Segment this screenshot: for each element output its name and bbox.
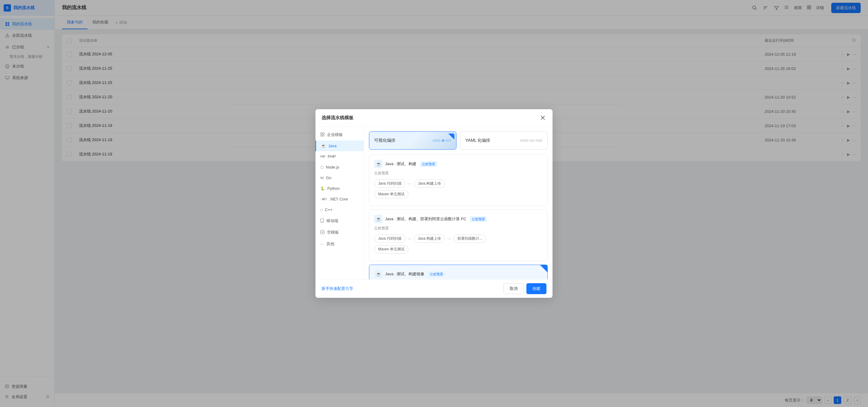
dialog-body: 企业模板 ☕ Java PHP PHP ⬡ Node.js GO Go xyxy=(315,126,553,279)
dialog-close-button[interactable] xyxy=(539,114,547,121)
dialog-sidebar-label-enterprise: 企业模板 xyxy=(327,132,343,138)
arrow-1-0: — xyxy=(408,237,411,241)
dialog-sidebar-item-empty[interactable]: 空模板 xyxy=(315,227,364,238)
dialog-sidebar-label-php: PHP xyxy=(328,154,336,159)
template-card-2[interactable]: ☕ Java · 测试、构建镜像 云效预置 云效预置 Java 代码扫描 — 镜… xyxy=(369,265,548,279)
dialog-sidebar-label-nodejs: Node.js xyxy=(326,165,339,169)
dialog-sidebar-item-python[interactable]: 🐍 Python xyxy=(315,183,364,194)
dialog-sidebar-item-nodejs[interactable]: ⬡ Node.js xyxy=(315,162,364,172)
template-card-sub-0: 云效预置 xyxy=(374,171,542,176)
template-dialog: 选择流水线模板 企业模板 ☕ Java PHP xyxy=(315,109,553,298)
template-card-0[interactable]: ☕ Java · 测试、构建 云效预置 云效预置 Java 代码扫描 — Jav… xyxy=(369,154,548,206)
template-card-title-2: Java · 测试、构建镜像 xyxy=(385,271,424,277)
dialog-cancel-button[interactable]: 取消 xyxy=(503,283,524,294)
stage-1-0: Java 代码扫描 xyxy=(374,235,405,243)
template-badge-0: 云效预置 xyxy=(420,161,437,167)
stage-1-2: 部署到函数计... xyxy=(454,235,486,243)
stage-0-2: Maven 单元测试 xyxy=(374,190,408,198)
template-tab-yaml[interactable]: YAML 化编排 xyxy=(460,132,548,150)
go-icon: GO xyxy=(320,176,324,179)
stage-0-0: Java 代码扫描 xyxy=(374,179,405,188)
grid-icon xyxy=(320,132,324,138)
arrow-0-0: — xyxy=(408,182,411,186)
python-icon: 🐍 xyxy=(320,186,325,191)
dialog-header: 选择流水线模板 xyxy=(315,109,553,126)
modal-overlay: 选择流水线模板 企业模板 ☕ Java PHP xyxy=(0,0,868,407)
others-icon: ··· xyxy=(320,241,324,246)
dialog-sidebar-label-empty: 空模板 xyxy=(327,230,339,235)
template-card-title-0: Java · 测试、构建 xyxy=(385,161,416,167)
dialog-sidebar-item-mobile[interactable]: 移动端 xyxy=(315,215,364,227)
template-card-1[interactable]: ☕ Java · 测试、构建、部署到阿里云函数计算 FC 云效预置 云效预置 J… xyxy=(369,210,548,261)
dialog-footer: 新手快速配置引导 取消 创建 xyxy=(315,279,553,298)
template-tab-yaml-label: YAML 化编排 xyxy=(465,138,490,143)
stage-0-1: Java 构建上传 xyxy=(414,179,445,188)
template-stages-1: Java 代码扫描 — Java 构建上传 — 部署到函数计... xyxy=(374,235,542,243)
dialog-sidebar-item-php[interactable]: PHP PHP xyxy=(315,151,364,162)
dialog-sidebar-label-cpp: C++ xyxy=(325,207,333,212)
template-card-wrap-0: ☕ Java · 测试、构建 云效预置 云效预置 Java 代码扫描 — Jav… xyxy=(369,154,548,210)
template-card-wrap-2: ☕ Java · 测试、构建镜像 云效预置 云效预置 Java 代码扫描 — 镜… xyxy=(369,265,548,279)
template-stages-1b: Maven 单元测试 xyxy=(374,245,542,253)
template-card-header-0: ☕ Java · 测试、构建 云效预置 xyxy=(374,160,542,168)
template-card-header-2: ☕ Java · 测试、构建镜像 云效预置 xyxy=(374,270,542,278)
template-card-sub-1: 云效预置 xyxy=(374,226,542,231)
check-mark: ✓ xyxy=(451,132,456,137)
dialog-sidebar-label-dotnet: .NET Core xyxy=(330,197,348,201)
empty-icon xyxy=(320,230,324,235)
mobile-icon xyxy=(320,219,324,224)
java-icon: ☕ xyxy=(321,144,326,148)
template-tab-visual[interactable]: 可视化编排 ✓ xyxy=(369,132,457,150)
template-card-title-1: Java · 测试、构建、部署到阿里云函数计算 FC xyxy=(385,216,466,222)
dialog-footer-btns: 取消 创建 xyxy=(503,283,547,294)
php-icon: PHP xyxy=(320,155,325,158)
template-stages-0b: Maven 单元测试 xyxy=(374,190,542,198)
dialog-sidebar-item-java[interactable]: ☕ Java xyxy=(315,141,364,151)
selected-corner-card xyxy=(540,265,547,272)
arrow-1-1: — xyxy=(447,237,451,241)
dialog-sidebar-item-others[interactable]: ··· 其他 xyxy=(315,238,364,250)
dialog-sidebar-label-java: Java xyxy=(328,144,336,148)
svg-rect-40 xyxy=(321,135,322,136)
template-badge-1: 云效预置 xyxy=(470,216,487,222)
dialog-sidebar-label-go: Go xyxy=(326,176,331,180)
template-badge-2: 云效预置 xyxy=(428,271,445,277)
nodejs-icon: ⬡ xyxy=(320,165,323,169)
quick-guide-link[interactable]: 新手快速配置引导 xyxy=(321,286,353,291)
svg-rect-39 xyxy=(323,133,324,134)
template-card-icon-0: ☕ xyxy=(374,160,383,168)
template-type-tabs: 可视化编排 ✓ YAML 化编排 xyxy=(369,132,548,150)
svg-rect-41 xyxy=(323,135,324,136)
dialog-sidebar-item-enterprise[interactable]: 企业模板 xyxy=(315,129,364,141)
dialog-main-content: 可视化编排 ✓ YAML 化编排 xyxy=(364,126,553,279)
dialog-sidebar-label-mobile: 移动端 xyxy=(327,218,338,224)
visual-decoration xyxy=(432,139,451,142)
dialog-sidebar-item-go[interactable]: GO Go xyxy=(315,172,364,183)
template-card-wrap-1: ☕ Java · 测试、构建、部署到阿里云函数计算 FC 云效预置 云效预置 J… xyxy=(369,210,548,265)
cpp-icon: □ xyxy=(320,208,322,212)
dialog-confirm-button[interactable]: 创建 xyxy=(526,283,547,294)
dialog-sidebar-label-python: Python xyxy=(327,186,339,191)
yaml-decoration xyxy=(520,139,542,142)
stage-1-1: Java 构建上传 xyxy=(414,235,445,243)
template-card-icon-2: ☕ xyxy=(374,270,383,278)
dialog-sidebar-item-dotnet[interactable]: .NET .NET Core xyxy=(315,194,364,204)
template-tab-visual-label: 可视化编排 xyxy=(374,138,395,143)
svg-rect-38 xyxy=(321,133,322,134)
dialog-title: 选择流水线模板 xyxy=(321,115,353,121)
dotnet-icon: .NET xyxy=(320,198,327,201)
template-card-icon-1: ☕ xyxy=(374,215,383,223)
stage-1-3: Maven 单元测试 xyxy=(374,245,408,253)
template-stages-0: Java 代码扫描 — Java 构建上传 xyxy=(374,179,542,188)
dialog-sidebar: 企业模板 ☕ Java PHP PHP ⬡ Node.js GO Go xyxy=(315,126,364,279)
dialog-sidebar-item-cpp[interactable]: □ C++ xyxy=(315,204,364,215)
dialog-sidebar-label-others: 其他 xyxy=(327,241,334,247)
template-card-header-1: ☕ Java · 测试、构建、部署到阿里云函数计算 FC 云效预置 xyxy=(374,215,542,223)
